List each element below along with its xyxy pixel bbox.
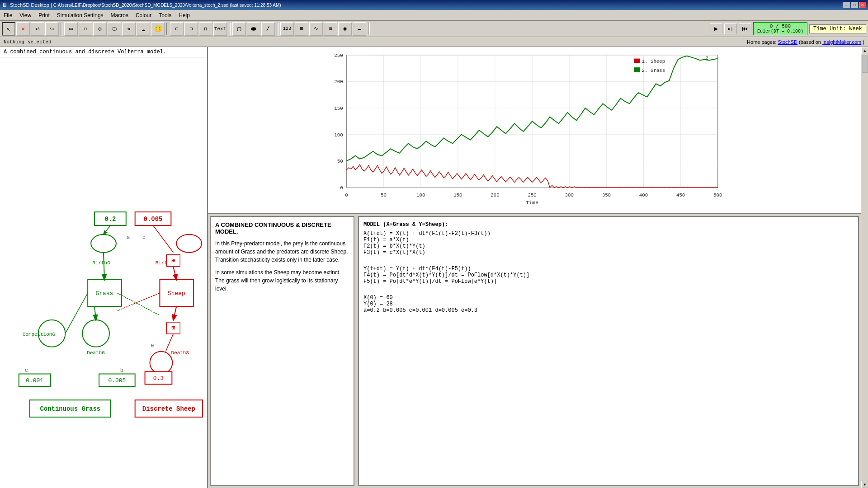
description-bar: A combined continuous and discrete Volte… (0, 47, 207, 57)
toolbar-line[interactable]: / (261, 22, 275, 36)
svg-text:Grass: Grass (96, 290, 113, 297)
diagram-svg: 0.2 0.005 a d BirthG BirthS Grass (0, 57, 207, 488)
menu-help[interactable]: Help (175, 10, 193, 20)
scroll-thumb[interactable] (862, 55, 868, 73)
svg-text:450: 450 (676, 192, 685, 198)
info-panels: A COMBINED CONTINUOUS & DISCRETE MODEL. … (208, 214, 861, 488)
svg-text:200: 200 (334, 79, 343, 84)
maximize-button[interactable]: □ (851, 2, 858, 8)
left-info-panel: A COMBINED CONTINUOUS & DISCRETE MODEL. … (210, 216, 354, 486)
toolbar-oval[interactable]: ⬭ (108, 22, 121, 36)
svg-line-39 (173, 306, 176, 320)
svg-text:Sheep: Sheep (168, 290, 185, 297)
right-info-line2: F1(t) = a*X(t) (363, 237, 854, 243)
toolbar-circle[interactable]: ○ (79, 22, 92, 36)
toolbar-cloud[interactable]: ☁ (137, 22, 150, 36)
right-info-line10: a=0.2 b=0.005 c=0.001 d=0.005 e=0.3 (363, 307, 854, 314)
stochsd-link[interactable]: StochSD (778, 39, 797, 45)
svg-text:0: 0 (345, 192, 348, 198)
toolbar-undo[interactable]: ↩ (31, 22, 44, 36)
description-text: A combined continuous and discrete Volte… (4, 49, 166, 55)
graph-area: 250 200 150 100 50 0 0 50 100 150 200 25… (208, 47, 861, 214)
scroll-down-button[interactable]: ▼ (861, 481, 868, 488)
menu-file[interactable]: File (0, 10, 16, 20)
sim-run-button[interactable]: ▶ (710, 23, 722, 34)
left-info-para2: In some simulations the Sheep may become… (215, 268, 349, 293)
toolbar-delete[interactable]: ✕ (16, 22, 30, 36)
toolbar-graph2[interactable]: ≋ (324, 22, 337, 36)
toolbar-table[interactable]: ⊞ (295, 22, 308, 36)
menu-simulation-settings[interactable]: Simulation Settings (53, 10, 107, 20)
svg-text:⊞: ⊞ (171, 324, 175, 332)
toolbar-graph4[interactable]: ▬ (353, 22, 366, 36)
toolbar-sep-2 (166, 23, 168, 35)
minimize-button[interactable]: − (843, 2, 850, 8)
sim-controls: ▶ ▶| ⏮ 0 / 500 Euler(DT = 0.100) Time Un… (710, 22, 866, 35)
toolbar-ellipse[interactable]: ⬬ (247, 22, 260, 36)
toolbar-graph1[interactable]: ∿ (309, 22, 323, 36)
svg-text:Continuous Grass: Continuous Grass (40, 405, 100, 413)
chart-svg: 250 200 150 100 50 0 0 50 100 150 200 25… (212, 51, 857, 210)
sim-reset-button[interactable]: ⏮ (739, 23, 751, 34)
diagram-area[interactable]: 0.2 0.005 a d BirthG BirthS Grass (0, 57, 207, 488)
svg-line-33 (104, 225, 110, 235)
toolbar-sep-5 (368, 23, 370, 35)
svg-text:250: 250 (334, 53, 343, 58)
toolbar-text[interactable]: Text (213, 22, 227, 36)
close-button[interactable]: ✕ (859, 2, 866, 8)
title-text: StochSD Desktop | C:\Users\LEIF\Dropbox\… (10, 2, 281, 8)
toolbar-rect[interactable]: ▭ (64, 22, 78, 36)
svg-text:400: 400 (639, 192, 648, 198)
toolbar-box[interactable]: ▢ (232, 22, 246, 36)
scroll-track (861, 54, 868, 481)
toolbar-diamond[interactable]: ◇ (93, 22, 107, 36)
toolbar-select[interactable]: ↖ (2, 22, 15, 36)
menu-bar: File View Print Simulation Settings Macr… (0, 10, 868, 21)
main-content: A combined continuous and discrete Volte… (0, 47, 868, 488)
toolbar-connect3[interactable]: ⊓ (199, 22, 212, 36)
svg-text:⊞: ⊞ (171, 257, 175, 264)
svg-text:e: e (151, 343, 154, 349)
app-icon: 🖥 (2, 2, 7, 8)
svg-line-40 (165, 334, 173, 352)
menu-macros[interactable]: Macros (107, 10, 132, 20)
menu-print[interactable]: Print (35, 10, 53, 20)
svg-point-21 (150, 352, 173, 374)
toolbar-num[interactable]: 123 (280, 22, 294, 36)
left-info-para1: In this Prey-predator model, the prey is… (215, 239, 349, 264)
menu-view[interactable]: View (16, 10, 35, 20)
homepage-links: Home pages: StochSD (based on InsightMak… (747, 39, 864, 45)
svg-text:300: 300 (565, 192, 574, 198)
euler-params: Euler(DT = 0.100) (757, 29, 803, 34)
svg-text:d: d (142, 235, 146, 241)
svg-text:2. Grass: 2. Grass (642, 68, 665, 73)
svg-point-16 (82, 320, 109, 347)
right-panel: 250 200 150 100 50 0 0 50 100 150 200 25… (208, 47, 861, 488)
insightmaker-link[interactable]: InsightMaker.com (822, 39, 861, 45)
right-info-blank2 (363, 288, 854, 295)
toolbar-face[interactable]: 🙂 (151, 22, 165, 36)
toolbar-connect2[interactable]: ⊐ (184, 22, 198, 36)
toolbar-sep-1 (61, 23, 62, 35)
right-info-line6: F4(t) = Po[dt*d*X(t)*Y(t)]/dt = PoFlow[d… (363, 272, 854, 278)
svg-line-34 (153, 225, 174, 253)
svg-text:Time: Time (526, 200, 538, 206)
svg-rect-84 (634, 67, 640, 72)
svg-line-36 (173, 267, 176, 280)
svg-text:100: 100 (416, 192, 425, 198)
svg-text:DeathS: DeathS (171, 350, 189, 356)
toolbar-connect1[interactable]: ⊏ (170, 22, 184, 36)
svg-text:c: c (25, 367, 28, 374)
toolbar-redo[interactable]: ↪ (45, 22, 59, 36)
toolbar-graph3[interactable]: ◉ (338, 22, 352, 36)
svg-line-41 (117, 293, 160, 311)
svg-text:0: 0 (340, 185, 343, 191)
right-scrollbar[interactable]: ▲ ▼ (861, 47, 868, 488)
svg-text:350: 350 (602, 192, 611, 198)
svg-text:CompeitionG: CompeitionG (23, 332, 55, 337)
menu-tools[interactable]: Tools (155, 10, 175, 20)
toolbar-shape5[interactable]: ✿ (122, 22, 136, 36)
menu-colour[interactable]: Colour (132, 10, 155, 20)
sim-step-button[interactable]: ▶| (724, 23, 737, 34)
scroll-up-button[interactable]: ▲ (861, 47, 868, 54)
